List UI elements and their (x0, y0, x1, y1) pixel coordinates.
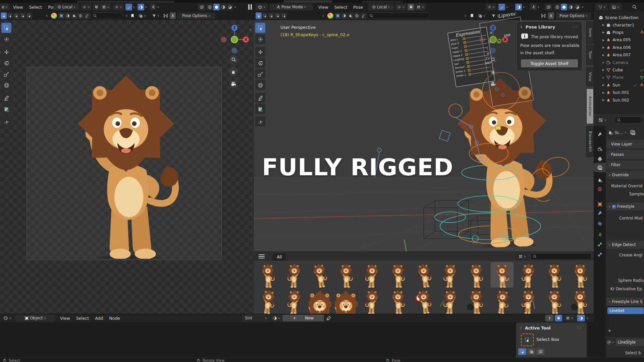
display-mode-dropdown[interactable]: ∨ (516, 253, 528, 260)
properties-tab-bone-constraint[interactable] (594, 250, 606, 259)
select-mode-extend[interactable] (527, 348, 535, 355)
link-icon[interactable] (640, 68, 644, 72)
outliner-row[interactable]: ▶ Sun (594, 81, 644, 88)
expand-arrow[interactable]: ▶ (602, 68, 604, 71)
tool-cursor[interactable] (255, 34, 265, 44)
toggle-asset-shelf-button[interactable]: Toggle Asset Shelf (521, 59, 578, 67)
mode-dropdown-truncated[interactable]: e∨ (0, 4, 9, 10)
select-mode-3[interactable] (20, 12, 26, 19)
expression-slider-handle[interactable] (468, 69, 471, 71)
world-overlay-icon[interactable] (354, 12, 360, 19)
pose-asset-thumbnail[interactable] (335, 288, 358, 314)
outliner-row[interactable]: ▶ Area.005 (594, 37, 644, 44)
tool-pose-breakdowner[interactable] (1, 116, 11, 126)
select-mode-subtract[interactable] (536, 348, 544, 355)
collapse-chevron-icon[interactable]: ∨ (520, 25, 523, 28)
brush-icon[interactable] (84, 12, 90, 19)
asset-shelf-tab-all[interactable]: All (273, 253, 286, 261)
bookmark-icon[interactable] (470, 13, 474, 18)
parent-up-button[interactable] (545, 315, 553, 321)
orientation-dropdown[interactable]: Local∨ (54, 4, 79, 10)
shading-wireframe-button[interactable] (554, 4, 560, 10)
overlay-sphere-icon[interactable] (65, 12, 71, 19)
panel-view-layer[interactable]: ›View Layer (606, 140, 644, 148)
annotation-icon[interactable] (71, 12, 77, 19)
properties-editor-type-dropdown[interactable]: ∨ (596, 117, 609, 123)
properties-tab-tool[interactable] (594, 129, 606, 139)
shading-solid-button[interactable] (213, 4, 220, 10)
expression-slider-handle[interactable] (465, 49, 467, 52)
expression-rig-panel[interactable]: Expression Blink L Blink R Angry Happy 1… (447, 27, 495, 87)
snap-toggle[interactable] (408, 4, 414, 10)
shading-solid-button[interactable] (561, 4, 567, 10)
gizmo-axis-z-neg[interactable] (231, 48, 237, 54)
menu-select[interactable]: Select (26, 4, 45, 11)
tool-scale[interactable] (1, 69, 11, 79)
outliner-row[interactable]: ▶ character1 (594, 21, 644, 28)
properties-tab-scene[interactable] (594, 175, 606, 185)
expand-arrow[interactable]: ▶ (602, 61, 604, 64)
pose-asset-thumbnail[interactable] (413, 288, 436, 314)
menu-select[interactable]: Select (331, 4, 351, 11)
orientation-dropdown[interactable]: Local∨ (368, 4, 394, 10)
properties-tab-physics[interactable] (594, 219, 606, 228)
outliner-editor-type-dropdown[interactable]: ∨ (596, 4, 608, 10)
outliner-search-icon[interactable] (632, 4, 637, 9)
properties-tab-object[interactable] (594, 199, 606, 209)
pose-asset-thumbnail[interactable] (283, 288, 306, 314)
pose-asset-thumbnail[interactable] (387, 262, 410, 288)
menu-add[interactable]: Add (92, 315, 106, 322)
slot-dropdown[interactable]: Slot∨ (242, 315, 270, 321)
pose-asset-thumbnail[interactable] (517, 262, 540, 288)
select-mode-2[interactable] (13, 12, 19, 19)
shading-material-button[interactable] (568, 4, 574, 10)
panel-override[interactable]: ∨Override (606, 171, 644, 179)
tool-transform[interactable] (255, 80, 265, 90)
shader-editor-type-dropdown[interactable]: ∨ (1, 315, 13, 321)
viewport-axis-gizmo[interactable]: Z X (217, 23, 254, 60)
properties-tab-bone[interactable] (594, 240, 606, 249)
gizmo-icon[interactable] (58, 12, 64, 19)
linestyle-icon-dropdown[interactable]: ∨ (606, 339, 615, 346)
list-expand-arrow[interactable]: ▶ (609, 329, 611, 332)
collections-visibility-dropdown[interactable]: ∨ (476, 12, 488, 19)
freestyle-checkbox[interactable]: ✓ (612, 205, 616, 208)
properties-tab-modifiers[interactable] (594, 208, 606, 218)
select-mode-4[interactable] (26, 12, 32, 19)
expand-arrow[interactable]: ▶ (602, 31, 604, 34)
panel-grip-icon[interactable] (577, 326, 582, 329)
tool-annotate[interactable] (255, 93, 265, 103)
bookmark-icon[interactable] (130, 13, 135, 18)
expand-arrow[interactable]: ▶ (602, 46, 604, 49)
expand-arrow[interactable]: ▶ (602, 99, 604, 102)
gizmo-axis-z[interactable]: Z (231, 25, 237, 31)
gizmo-icon[interactable] (335, 12, 341, 19)
outliner-display-dropdown[interactable]: ∨ (609, 4, 622, 10)
tool-move[interactable] (1, 47, 11, 57)
gizmo-axis-x[interactable]: X (243, 37, 249, 43)
mirror-x-icon[interactable] (541, 13, 546, 18)
outliner-row[interactable]: ▶ Camera (594, 59, 644, 66)
workspace-tab-active[interactable] (283, 0, 332, 3)
outliner-row[interactable]: ▶ Sun.001 (594, 89, 644, 96)
world-overlay-icon[interactable] (77, 12, 84, 19)
pin-icon[interactable] (326, 315, 331, 321)
shading-wireframe-button[interactable] (207, 4, 213, 10)
select-mode-0[interactable] (256, 12, 262, 19)
annotation-icon[interactable] (347, 12, 354, 19)
sun-icon[interactable] (640, 83, 644, 87)
select-mode-3[interactable] (275, 12, 281, 19)
material-browse-dropdown[interactable]: ∨ (271, 315, 282, 321)
pose-asset-thumbnail[interactable] (413, 262, 436, 288)
outliner-row[interactable]: ▶ Props (594, 29, 644, 36)
expand-arrow[interactable]: ▶ (602, 83, 604, 86)
snap-target-toggle[interactable] (138, 4, 144, 10)
tool-pose-breakdowner[interactable] (255, 116, 265, 126)
tool-measure[interactable] (255, 104, 265, 114)
pose-library-title[interactable]: Pose Library (526, 24, 555, 29)
tool-rotate[interactable] (255, 58, 265, 68)
link-icon[interactable] (633, 83, 637, 87)
expression-slider-handle[interactable] (467, 65, 470, 68)
left-3d-viewport[interactable]: Z X ‹ (0, 20, 254, 314)
pose-overlay-dropdown[interactable] (150, 4, 156, 10)
